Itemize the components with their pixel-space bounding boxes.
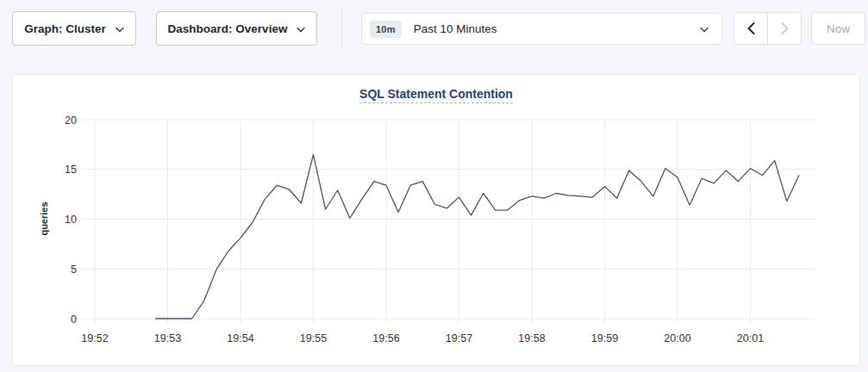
x-tick-label: 20:01	[737, 332, 764, 344]
series-line	[155, 154, 798, 319]
graph-dropdown[interactable]: Graph: Cluster	[12, 11, 136, 46]
y-tick-label: 20	[65, 115, 77, 127]
chevron-down-icon	[297, 27, 305, 33]
x-tick-label: 19:54	[227, 332, 253, 344]
time-back-button[interactable]	[734, 13, 767, 44]
now-button[interactable]: Now	[811, 12, 865, 45]
x-tick-label: 20:00	[664, 332, 690, 344]
sql-statement-contention-chart: 0510152019:5219:5319:5419:5519:5619:5719…	[13, 104, 859, 363]
chevron-down-icon	[700, 27, 709, 33]
y-tick-label: 0	[71, 313, 77, 326]
x-tick-label: 19:55	[300, 332, 327, 344]
y-axis-title: queries	[39, 202, 49, 235]
time-forward-button[interactable]	[767, 13, 801, 44]
x-tick-label: 19:57	[446, 332, 472, 344]
time-range-badge: 10m	[370, 21, 402, 38]
y-tick-label: 10	[65, 214, 77, 226]
x-tick-label: 19:53	[154, 332, 181, 344]
chart-card: SQL Statement Contention 0510152019:5219…	[12, 74, 860, 366]
x-tick-label: 19:52	[81, 332, 108, 344]
dashboard-dropdown-label: Dashboard: Overview	[168, 22, 288, 35]
chevron-right-icon	[781, 22, 789, 34]
time-step-button-group	[734, 12, 802, 45]
y-tick-label: 5	[71, 264, 77, 276]
x-tick-label: 19:59	[591, 332, 618, 344]
toolbar-divider	[341, 9, 342, 47]
chart-title[interactable]: SQL Statement Contention	[359, 87, 513, 103]
graph-dropdown-label: Graph: Cluster	[24, 22, 106, 35]
dashboard-dropdown[interactable]: Dashboard: Overview	[156, 11, 317, 46]
y-tick-label: 15	[65, 164, 77, 176]
time-range-label: Past 10 Minutes	[414, 22, 688, 35]
chevron-left-icon	[747, 22, 755, 34]
time-range-select[interactable]: 10m Past 10 Minutes	[361, 13, 722, 45]
chart-title-row: SQL Statement Contention	[13, 75, 859, 104]
x-tick-label: 19:56	[372, 332, 399, 344]
x-tick-label: 19:58	[518, 332, 545, 344]
chevron-down-icon	[116, 27, 124, 33]
